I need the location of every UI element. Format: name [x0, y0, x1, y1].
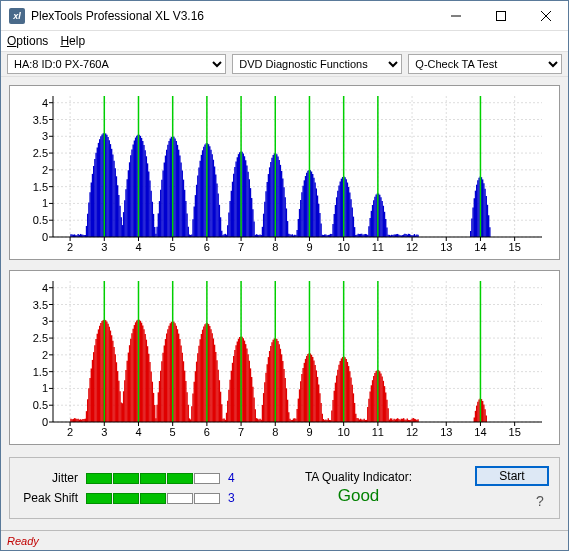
- svg-text:13: 13: [440, 426, 452, 438]
- svg-text:4: 4: [42, 97, 48, 109]
- svg-text:1.5: 1.5: [33, 181, 48, 193]
- svg-text:6: 6: [204, 426, 210, 438]
- metrics: Jitter 4 Peak Shift 3: [20, 471, 242, 505]
- svg-text:2.5: 2.5: [33, 332, 48, 344]
- svg-text:6: 6: [204, 241, 210, 253]
- svg-text:2.5: 2.5: [33, 147, 48, 159]
- drive-select[interactable]: HA:8 ID:0 PX-760A: [7, 54, 226, 74]
- statusbar: Ready: [1, 530, 568, 550]
- svg-text:10: 10: [338, 241, 350, 253]
- jitter-bars: [86, 473, 220, 484]
- svg-text:14: 14: [474, 241, 486, 253]
- menu-help[interactable]: Help: [60, 34, 85, 48]
- svg-text:9: 9: [306, 241, 312, 253]
- start-button[interactable]: Start: [475, 466, 549, 486]
- window-title: PlexTools Professional XL V3.16: [31, 9, 433, 23]
- svg-text:4: 4: [135, 426, 141, 438]
- svg-text:3: 3: [42, 130, 48, 142]
- menubar: Options Help: [1, 31, 568, 51]
- svg-text:12: 12: [406, 426, 418, 438]
- quality-indicator: TA Quality Indicator: Good: [262, 470, 455, 506]
- svg-text:3: 3: [42, 315, 48, 327]
- chart-bottom: 00.511.522.533.5423456789101112131415: [9, 270, 560, 445]
- bar-segment: [140, 473, 166, 484]
- bar-segment: [86, 473, 112, 484]
- svg-text:3: 3: [101, 241, 107, 253]
- svg-text:12: 12: [406, 241, 418, 253]
- status-text: Ready: [7, 535, 39, 547]
- svg-text:1.5: 1.5: [33, 366, 48, 378]
- svg-text:9: 9: [306, 426, 312, 438]
- svg-text:10: 10: [338, 426, 350, 438]
- metric-peakshift: Peak Shift 3: [20, 491, 242, 505]
- help-icon[interactable]: ?: [531, 492, 549, 510]
- function-select[interactable]: DVD Diagnostic Functions: [232, 54, 402, 74]
- close-button[interactable]: [523, 1, 568, 31]
- titlebar: xl PlexTools Professional XL V3.16: [1, 1, 568, 31]
- svg-text:11: 11: [372, 426, 384, 438]
- peakshift-bars: [86, 493, 220, 504]
- chart-top: 00.511.522.533.5423456789101112131415: [9, 85, 560, 260]
- quality-value: Good: [338, 486, 380, 506]
- svg-text:0.5: 0.5: [33, 214, 48, 226]
- bar-segment: [167, 473, 193, 484]
- svg-text:1: 1: [42, 382, 48, 394]
- svg-text:5: 5: [170, 426, 176, 438]
- svg-text:0: 0: [42, 231, 48, 243]
- jitter-value: 4: [228, 471, 242, 485]
- bar-segment: [140, 493, 166, 504]
- svg-text:3.5: 3.5: [33, 299, 48, 311]
- svg-text:2: 2: [42, 349, 48, 361]
- svg-text:14: 14: [474, 426, 486, 438]
- bar-segment: [194, 493, 220, 504]
- svg-text:13: 13: [440, 241, 452, 253]
- app-icon: xl: [9, 8, 25, 24]
- svg-text:1: 1: [42, 197, 48, 209]
- bar-segment: [86, 493, 112, 504]
- svg-text:7: 7: [238, 426, 244, 438]
- peakshift-value: 3: [228, 491, 242, 505]
- svg-text:15: 15: [509, 426, 521, 438]
- svg-text:3: 3: [101, 426, 107, 438]
- bar-segment: [167, 493, 193, 504]
- svg-text:5: 5: [170, 241, 176, 253]
- bar-segment: [194, 473, 220, 484]
- svg-text:11: 11: [372, 241, 384, 253]
- svg-text:2: 2: [42, 164, 48, 176]
- svg-text:15: 15: [509, 241, 521, 253]
- jitter-label: Jitter: [20, 471, 78, 485]
- svg-text:8: 8: [272, 426, 278, 438]
- content-area: 00.511.522.533.5423456789101112131415 00…: [1, 77, 568, 530]
- svg-text:4: 4: [135, 241, 141, 253]
- bar-segment: [113, 493, 139, 504]
- peakshift-label: Peak Shift: [20, 491, 78, 505]
- actions: Start ?: [475, 466, 549, 510]
- maximize-button[interactable]: [478, 1, 523, 31]
- metric-jitter: Jitter 4: [20, 471, 242, 485]
- svg-text:7: 7: [238, 241, 244, 253]
- svg-rect-1: [496, 11, 505, 20]
- svg-text:2: 2: [67, 241, 73, 253]
- toolbar: HA:8 ID:0 PX-760A DVD Diagnostic Functio…: [1, 51, 568, 77]
- svg-text:8: 8: [272, 241, 278, 253]
- bar-segment: [113, 473, 139, 484]
- subtest-select[interactable]: Q-Check TA Test: [408, 54, 562, 74]
- minimize-button[interactable]: [433, 1, 478, 31]
- svg-text:3.5: 3.5: [33, 114, 48, 126]
- svg-text:2: 2: [67, 426, 73, 438]
- svg-text:0: 0: [42, 416, 48, 428]
- menu-options[interactable]: Options: [7, 34, 48, 48]
- quality-label: TA Quality Indicator:: [305, 470, 412, 484]
- svg-text:4: 4: [42, 282, 48, 294]
- svg-text:0.5: 0.5: [33, 399, 48, 411]
- results-panel: Jitter 4 Peak Shift 3 TA Quality Indicat…: [9, 457, 560, 519]
